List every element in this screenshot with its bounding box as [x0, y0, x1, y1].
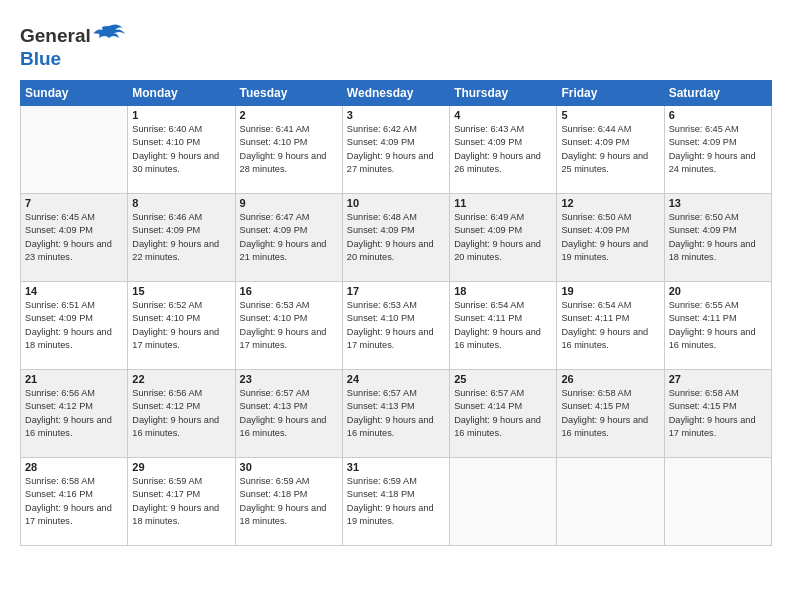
day-number: 21 [25, 373, 123, 385]
day-number: 3 [347, 109, 445, 121]
week-row-3: 14Sunrise: 6:51 AMSunset: 4:09 PMDayligh… [21, 282, 772, 370]
day-info: Sunrise: 6:45 AMSunset: 4:09 PMDaylight:… [25, 211, 123, 264]
day-cell [664, 458, 771, 546]
day-info: Sunrise: 6:57 AMSunset: 4:13 PMDaylight:… [347, 387, 445, 440]
day-info: Sunrise: 6:57 AMSunset: 4:13 PMDaylight:… [240, 387, 338, 440]
day-number: 7 [25, 197, 123, 209]
day-number: 9 [240, 197, 338, 209]
day-info: Sunrise: 6:51 AMSunset: 4:09 PMDaylight:… [25, 299, 123, 352]
weekday-saturday: Saturday [664, 81, 771, 106]
day-number: 1 [132, 109, 230, 121]
day-number: 16 [240, 285, 338, 297]
day-number: 8 [132, 197, 230, 209]
day-info: Sunrise: 6:44 AMSunset: 4:09 PMDaylight:… [561, 123, 659, 176]
day-info: Sunrise: 6:50 AMSunset: 4:09 PMDaylight:… [669, 211, 767, 264]
day-cell [557, 458, 664, 546]
day-cell: 11Sunrise: 6:49 AMSunset: 4:09 PMDayligh… [450, 194, 557, 282]
day-info: Sunrise: 6:59 AMSunset: 4:18 PMDaylight:… [240, 475, 338, 528]
day-cell: 30Sunrise: 6:59 AMSunset: 4:18 PMDayligh… [235, 458, 342, 546]
day-number: 17 [347, 285, 445, 297]
logo: General Blue [20, 18, 127, 70]
day-cell: 28Sunrise: 6:58 AMSunset: 4:16 PMDayligh… [21, 458, 128, 546]
day-cell: 13Sunrise: 6:50 AMSunset: 4:09 PMDayligh… [664, 194, 771, 282]
day-number: 26 [561, 373, 659, 385]
day-cell: 19Sunrise: 6:54 AMSunset: 4:11 PMDayligh… [557, 282, 664, 370]
logo-blue: Blue [20, 48, 61, 70]
day-number: 14 [25, 285, 123, 297]
week-row-1: 1Sunrise: 6:40 AMSunset: 4:10 PMDaylight… [21, 106, 772, 194]
day-number: 13 [669, 197, 767, 209]
day-cell: 16Sunrise: 6:53 AMSunset: 4:10 PMDayligh… [235, 282, 342, 370]
day-info: Sunrise: 6:53 AMSunset: 4:10 PMDaylight:… [240, 299, 338, 352]
day-cell: 14Sunrise: 6:51 AMSunset: 4:09 PMDayligh… [21, 282, 128, 370]
day-number: 11 [454, 197, 552, 209]
day-number: 19 [561, 285, 659, 297]
day-info: Sunrise: 6:56 AMSunset: 4:12 PMDaylight:… [25, 387, 123, 440]
day-info: Sunrise: 6:46 AMSunset: 4:09 PMDaylight:… [132, 211, 230, 264]
day-info: Sunrise: 6:55 AMSunset: 4:11 PMDaylight:… [669, 299, 767, 352]
day-number: 5 [561, 109, 659, 121]
day-cell: 10Sunrise: 6:48 AMSunset: 4:09 PMDayligh… [342, 194, 449, 282]
header: General Blue [20, 18, 772, 70]
day-info: Sunrise: 6:52 AMSunset: 4:10 PMDaylight:… [132, 299, 230, 352]
day-info: Sunrise: 6:43 AMSunset: 4:09 PMDaylight:… [454, 123, 552, 176]
day-cell [21, 106, 128, 194]
page: General Blue SundayMondayTuesdayWednesda… [0, 0, 792, 612]
day-cell: 6Sunrise: 6:45 AMSunset: 4:09 PMDaylight… [664, 106, 771, 194]
week-row-5: 28Sunrise: 6:58 AMSunset: 4:16 PMDayligh… [21, 458, 772, 546]
logo-general: General [20, 25, 91, 47]
day-cell: 4Sunrise: 6:43 AMSunset: 4:09 PMDaylight… [450, 106, 557, 194]
day-number: 18 [454, 285, 552, 297]
day-info: Sunrise: 6:58 AMSunset: 4:15 PMDaylight:… [669, 387, 767, 440]
day-info: Sunrise: 6:59 AMSunset: 4:17 PMDaylight:… [132, 475, 230, 528]
day-cell: 9Sunrise: 6:47 AMSunset: 4:09 PMDaylight… [235, 194, 342, 282]
day-cell: 3Sunrise: 6:42 AMSunset: 4:09 PMDaylight… [342, 106, 449, 194]
weekday-friday: Friday [557, 81, 664, 106]
day-info: Sunrise: 6:59 AMSunset: 4:18 PMDaylight:… [347, 475, 445, 528]
day-cell [450, 458, 557, 546]
day-info: Sunrise: 6:48 AMSunset: 4:09 PMDaylight:… [347, 211, 445, 264]
day-cell: 20Sunrise: 6:55 AMSunset: 4:11 PMDayligh… [664, 282, 771, 370]
day-number: 27 [669, 373, 767, 385]
day-info: Sunrise: 6:45 AMSunset: 4:09 PMDaylight:… [669, 123, 767, 176]
calendar-table: SundayMondayTuesdayWednesdayThursdayFrid… [20, 80, 772, 546]
weekday-monday: Monday [128, 81, 235, 106]
day-info: Sunrise: 6:41 AMSunset: 4:10 PMDaylight:… [240, 123, 338, 176]
day-number: 2 [240, 109, 338, 121]
day-cell: 27Sunrise: 6:58 AMSunset: 4:15 PMDayligh… [664, 370, 771, 458]
day-cell: 31Sunrise: 6:59 AMSunset: 4:18 PMDayligh… [342, 458, 449, 546]
day-cell: 18Sunrise: 6:54 AMSunset: 4:11 PMDayligh… [450, 282, 557, 370]
day-cell: 1Sunrise: 6:40 AMSunset: 4:10 PMDaylight… [128, 106, 235, 194]
day-number: 24 [347, 373, 445, 385]
day-info: Sunrise: 6:58 AMSunset: 4:16 PMDaylight:… [25, 475, 123, 528]
day-cell: 17Sunrise: 6:53 AMSunset: 4:10 PMDayligh… [342, 282, 449, 370]
day-cell: 8Sunrise: 6:46 AMSunset: 4:09 PMDaylight… [128, 194, 235, 282]
day-cell: 15Sunrise: 6:52 AMSunset: 4:10 PMDayligh… [128, 282, 235, 370]
day-cell: 26Sunrise: 6:58 AMSunset: 4:15 PMDayligh… [557, 370, 664, 458]
day-number: 28 [25, 461, 123, 473]
day-info: Sunrise: 6:58 AMSunset: 4:15 PMDaylight:… [561, 387, 659, 440]
day-number: 23 [240, 373, 338, 385]
logo-bird-icon [91, 18, 127, 54]
day-cell: 12Sunrise: 6:50 AMSunset: 4:09 PMDayligh… [557, 194, 664, 282]
weekday-tuesday: Tuesday [235, 81, 342, 106]
day-cell: 5Sunrise: 6:44 AMSunset: 4:09 PMDaylight… [557, 106, 664, 194]
day-number: 20 [669, 285, 767, 297]
day-cell: 23Sunrise: 6:57 AMSunset: 4:13 PMDayligh… [235, 370, 342, 458]
day-number: 12 [561, 197, 659, 209]
weekday-sunday: Sunday [21, 81, 128, 106]
day-number: 10 [347, 197, 445, 209]
weekday-thursday: Thursday [450, 81, 557, 106]
day-cell: 29Sunrise: 6:59 AMSunset: 4:17 PMDayligh… [128, 458, 235, 546]
day-info: Sunrise: 6:50 AMSunset: 4:09 PMDaylight:… [561, 211, 659, 264]
day-cell: 24Sunrise: 6:57 AMSunset: 4:13 PMDayligh… [342, 370, 449, 458]
week-row-2: 7Sunrise: 6:45 AMSunset: 4:09 PMDaylight… [21, 194, 772, 282]
day-info: Sunrise: 6:57 AMSunset: 4:14 PMDaylight:… [454, 387, 552, 440]
weekday-header-row: SundayMondayTuesdayWednesdayThursdayFrid… [21, 81, 772, 106]
day-cell: 7Sunrise: 6:45 AMSunset: 4:09 PMDaylight… [21, 194, 128, 282]
day-number: 31 [347, 461, 445, 473]
day-number: 6 [669, 109, 767, 121]
day-cell: 22Sunrise: 6:56 AMSunset: 4:12 PMDayligh… [128, 370, 235, 458]
weekday-wednesday: Wednesday [342, 81, 449, 106]
day-info: Sunrise: 6:54 AMSunset: 4:11 PMDaylight:… [454, 299, 552, 352]
